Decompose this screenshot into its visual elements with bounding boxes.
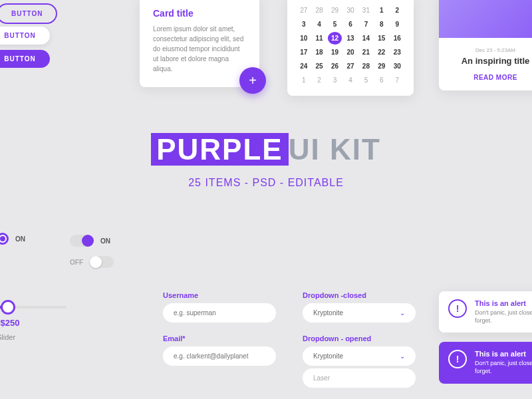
calendar-day[interactable]: 19	[328, 46, 342, 59]
slider-value: $250	[0, 318, 66, 328]
calendar-day[interactable]: 18	[312, 46, 326, 59]
slider[interactable]: $250 Slider	[0, 306, 66, 341]
calendar-day[interactable]: 27	[343, 60, 357, 72]
text-card: Card title Lorem ipsum dolor sit amet, c…	[140, 0, 259, 87]
card-body: Lorem ipsum dolor sit amet, consectetur …	[153, 24, 246, 74]
calendar-day[interactable]: 30	[343, 4, 357, 17]
calendar-day[interactable]: 27	[297, 4, 311, 17]
dropdown-option[interactable]: Laser	[303, 368, 416, 388]
alert-body: Don't panic, just close it and forget.	[475, 360, 532, 375]
blog-title: An inspiring title	[448, 56, 532, 66]
calendar-day[interactable]: 5	[359, 74, 373, 86]
alert-title: This is an alert	[475, 350, 532, 358]
calendar-day[interactable]: 8	[374, 18, 388, 31]
read-more-link[interactable]: READ MORE	[448, 74, 532, 81]
calendar-day[interactable]: 4	[312, 18, 326, 31]
alert-dark: ! This is an alert Don't panic, just clo…	[439, 342, 532, 383]
calendar-day[interactable]: 13	[343, 32, 357, 45]
calendar-day[interactable]: 2	[312, 74, 326, 86]
calendar-day[interactable]: 17	[297, 46, 311, 59]
dropdown-open-label: Dropdown - opened	[303, 334, 416, 342]
calendar-day[interactable]: 26	[328, 60, 342, 72]
calendar-day[interactable]: 23	[390, 46, 404, 59]
calendar-day[interactable]: 24	[297, 60, 311, 72]
calendar-day[interactable]: 9	[390, 18, 404, 31]
calendar-day[interactable]: 4	[343, 74, 357, 86]
calendar-day[interactable]: 28	[312, 4, 326, 17]
toggle-off[interactable]	[90, 256, 114, 268]
calendar: 2728293031123456789101112131415161718192…	[287, 0, 414, 96]
alert-icon: !	[448, 350, 467, 368]
calendar-day[interactable]: 25	[312, 60, 326, 72]
card-title: Card title	[153, 8, 246, 19]
alert-body: Don't panic, just close it and forget.	[475, 309, 532, 325]
slider-thumb[interactable]	[1, 300, 15, 315]
blog-date: Dec 23 - 5:23AM	[448, 47, 532, 53]
alert-title: This is an alert	[475, 299, 532, 307]
calendar-day[interactable]: 3	[328, 74, 342, 86]
email-label: Email*	[163, 334, 276, 342]
calendar-day[interactable]: 28	[359, 60, 373, 72]
calendar-day[interactable]: 7	[390, 74, 404, 86]
dropdown-closed[interactable]: Kryptonite⌄	[303, 303, 416, 323]
calendar-day[interactable]: 29	[374, 60, 388, 72]
calendar-day[interactable]: 14	[359, 32, 373, 45]
chevron-down-icon: ⌄	[400, 352, 405, 360]
toggle-off-label: OFF	[70, 259, 83, 266]
radio-label: ON	[15, 235, 25, 243]
username-label: Username	[163, 291, 276, 299]
blog-card: Dec 23 - 5:23AM An inspiring title READ …	[439, 0, 532, 90]
alert-icon: !	[448, 299, 467, 318]
calendar-day[interactable]: 2	[390, 4, 404, 17]
button-solid[interactable]: BUTTON	[0, 50, 50, 68]
button-outline[interactable]: BUTTON	[0, 3, 57, 24]
hero-highlight: PURPLE	[151, 133, 288, 166]
calendar-day[interactable]: 16	[390, 32, 404, 45]
dropdown-open[interactable]: Kryptonite⌄	[303, 346, 416, 366]
username-input[interactable]	[163, 303, 276, 323]
dropdown-closed-label: Dropdown -closed	[303, 291, 416, 299]
calendar-day[interactable]: 22	[374, 46, 388, 59]
chevron-down-icon: ⌄	[400, 309, 405, 317]
email-input[interactable]	[163, 346, 276, 366]
button-white[interactable]: BUTTON	[0, 27, 50, 45]
slider-label: Slider	[0, 333, 66, 341]
calendar-day[interactable]: 3	[297, 18, 311, 31]
calendar-day[interactable]: 30	[390, 60, 404, 72]
hero-title: PURPLEUI KIT	[0, 133, 532, 166]
radio-on[interactable]	[0, 233, 9, 245]
calendar-day[interactable]: 10	[297, 32, 311, 45]
calendar-day[interactable]: 21	[359, 46, 373, 59]
alert-light: ! This is an alert Don't panic, just clo…	[439, 291, 532, 332]
calendar-day[interactable]: 11	[312, 32, 326, 45]
calendar-day[interactable]: 5	[328, 18, 342, 31]
calendar-day[interactable]: 6	[343, 18, 357, 31]
calendar-day[interactable]: 15	[374, 32, 388, 45]
calendar-day[interactable]: 31	[359, 4, 373, 17]
calendar-day[interactable]: 29	[328, 4, 342, 17]
toggle-on-label: ON	[100, 237, 110, 245]
toggle-on[interactable]	[70, 235, 94, 247]
calendar-day[interactable]: 7	[359, 18, 373, 31]
calendar-day[interactable]: 20	[343, 46, 357, 59]
hero-subtitle: 25 ITEMS - PSD - EDITABLE	[0, 177, 532, 189]
calendar-day[interactable]: 1	[374, 4, 388, 17]
blog-image	[439, 0, 532, 38]
calendar-day[interactable]: 1	[297, 74, 311, 86]
calendar-day[interactable]: 6	[374, 74, 388, 86]
calendar-day[interactable]: 12	[328, 32, 342, 45]
fab-add-button[interactable]: +	[239, 67, 266, 94]
